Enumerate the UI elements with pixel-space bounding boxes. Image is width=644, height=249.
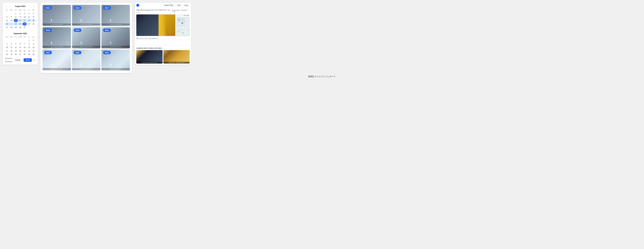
done-button[interactable]: Done bbox=[24, 58, 32, 62]
sep-day-11[interactable]: 11 bbox=[9, 46, 14, 49]
print-button[interactable]: Print bbox=[176, 4, 182, 7]
aug-day-27[interactable]: 27 bbox=[5, 26, 9, 29]
compare-image-1[interactable]: Created Date : 2024/01/02 16:53 bbox=[136, 50, 162, 64]
sep-day-5[interactable]: 5 bbox=[14, 42, 18, 46]
sep-day-7[interactable]: 7 bbox=[22, 42, 27, 46]
export-html-button[interactable]: Export HTML bbox=[163, 4, 175, 7]
sep-day-27[interactable]: 27 bbox=[18, 53, 22, 56]
timestamp-815: 15 Nov 2022 10:00PM bbox=[42, 24, 71, 25]
sep-day-1[interactable]: 1 bbox=[27, 39, 31, 42]
sep-day-22[interactable]: 22 bbox=[27, 49, 31, 52]
aug-day-15[interactable]: 15 bbox=[14, 19, 18, 22]
image-cell-817[interactable]: 8/17 15 Nov 2022 10:00PM bbox=[102, 5, 130, 26]
aug-day-1[interactable]: 1 bbox=[14, 12, 18, 15]
sep-day-12[interactable]: 12 bbox=[14, 46, 18, 49]
sep-day-19[interactable]: 19 bbox=[14, 49, 18, 52]
aug-day-11[interactable]: 11 bbox=[27, 15, 31, 18]
aug-day-10[interactable]: 10 bbox=[22, 15, 27, 18]
sep-day-18[interactable]: 18 bbox=[9, 49, 14, 52]
aug-day-24[interactable]: 24 bbox=[22, 22, 27, 26]
september-month-title: September 2023 bbox=[5, 32, 36, 34]
image-cell-819[interactable]: 8/19 15 Nov 2022 10:02PM bbox=[72, 27, 100, 48]
sep-day-3[interactable]: 3 bbox=[5, 42, 9, 46]
date-badge-817: 8/17 bbox=[103, 6, 111, 10]
sep-day-24[interactable]: 24 bbox=[5, 53, 9, 56]
aug-day-25[interactable]: 25 bbox=[27, 22, 31, 26]
august-month-title: August 2023 bbox=[7, 5, 34, 7]
sep-day-16[interactable]: 16 bbox=[32, 46, 36, 49]
floor-plan-map[interactable]: Mini-Map bbox=[176, 17, 190, 36]
sep-day-15[interactable]: 15 bbox=[27, 46, 31, 49]
sep-day-6[interactable]: 6 bbox=[18, 42, 22, 46]
sep-day-29[interactable]: 29 bbox=[27, 53, 31, 56]
aug-day-7[interactable]: 7 bbox=[9, 15, 14, 18]
aug-day-9[interactable]: 9 bbox=[18, 15, 22, 18]
next-month-button[interactable]: › bbox=[33, 5, 36, 8]
floor-plan-label: Floor Plan bbox=[176, 14, 190, 16]
close-button[interactable]: Close bbox=[183, 4, 190, 7]
aug-day-29[interactable]: 29 bbox=[14, 26, 18, 29]
compare-image-2[interactable]: Created Date : 2024/01/02 14:15 bbox=[164, 50, 190, 64]
aug-day-2[interactable]: 2 bbox=[18, 12, 22, 15]
sep-day-9[interactable]: 9 bbox=[32, 42, 36, 46]
image-cell-816[interactable]: 8/16 15 Nov 2022 10:00PM bbox=[72, 5, 100, 26]
image-cell-823[interactable]: 8/23 8 Nov 2022 10:00PM bbox=[102, 50, 130, 71]
aug-day-26[interactable]: 26 bbox=[32, 22, 36, 26]
sep-day-17[interactable]: 17 bbox=[5, 49, 9, 52]
aug-day-22[interactable]: 22 bbox=[14, 22, 18, 26]
aug-empty-1 bbox=[5, 12, 9, 15]
sep-day-14[interactable]: 14 bbox=[22, 46, 27, 49]
aug-day-8[interactable]: 8 bbox=[14, 15, 18, 18]
prev-month-button[interactable]: ‹ bbox=[5, 5, 7, 8]
image-cell-820[interactable]: 8/20 8 Nov 2022 10:02PM bbox=[102, 27, 130, 48]
sep-day-4[interactable]: 4 bbox=[9, 42, 14, 46]
aug-day-28[interactable]: 28 bbox=[9, 26, 14, 29]
aug-day-13[interactable]: 13 bbox=[5, 19, 9, 22]
aug-day-16[interactable]: 16 bbox=[18, 19, 22, 22]
aug-day-5[interactable]: 5 bbox=[32, 12, 36, 15]
aug-empty-3 bbox=[27, 26, 31, 29]
image-cell-818[interactable]: 8/18 15 Nov 2022 10:00PM bbox=[42, 27, 71, 48]
date-badge-815: 8/15 bbox=[44, 6, 52, 10]
sep-day-20[interactable]: 20 bbox=[18, 49, 22, 52]
sep-day-10[interactable]: 10 bbox=[5, 46, 9, 49]
image-cell-815[interactable]: 8/15 15 Nov 2022 10:00PM bbox=[42, 5, 71, 26]
breadcrumb-text: After Object storage (FI B-C/3-4) / 2024… bbox=[136, 9, 172, 13]
aug-day-17[interactable]: 17 bbox=[22, 19, 27, 22]
cancel-button[interactable]: Cancel bbox=[13, 58, 22, 62]
memo-textarea[interactable] bbox=[136, 40, 190, 45]
sep-day-26[interactable]: 26 bbox=[14, 53, 18, 56]
timestamp-821: 15 Nov 2022 10:00PM bbox=[42, 68, 71, 70]
aug-day-21[interactable]: 21 bbox=[9, 22, 14, 26]
aug-day-31[interactable]: 31 bbox=[22, 26, 27, 29]
image-cell-821[interactable]: 8/21 15 Nov 2022 10:00PM bbox=[42, 50, 71, 71]
sep-day-28[interactable]: 28 bbox=[22, 53, 27, 56]
aug-day-30[interactable]: 30 bbox=[18, 26, 22, 29]
aug-day-19[interactable]: 19 bbox=[32, 19, 36, 22]
main-panorama-image[interactable] bbox=[136, 14, 176, 36]
image-cell-822[interactable]: 8/22 15 Nov 2022 10:00PM bbox=[72, 50, 100, 71]
aug-day-20[interactable]: 20 bbox=[5, 22, 9, 26]
aug-day-14[interactable]: 14 bbox=[9, 19, 14, 22]
sep-day-21[interactable]: 21 bbox=[22, 49, 27, 52]
created-date-info: Created Date 2024/01/02 17:06 bbox=[172, 10, 190, 12]
aug-day-23[interactable]: 23 bbox=[18, 22, 22, 26]
aug-empty-2 bbox=[9, 12, 14, 15]
sep-day-13[interactable]: 13 bbox=[18, 46, 22, 49]
sep-day-25[interactable]: 25 bbox=[9, 53, 14, 56]
aug-day-12[interactable]: 12 bbox=[32, 15, 36, 18]
aug-day-18[interactable]: 18 bbox=[27, 19, 31, 22]
aug-day-3[interactable]: 3 bbox=[22, 12, 27, 15]
timestamp-823: 8 Nov 2022 10:00PM bbox=[102, 68, 130, 70]
sep-day-8[interactable]: 8 bbox=[27, 42, 31, 46]
created-date-label: Created Date bbox=[172, 10, 180, 11]
sep-days-header: Sun Mon Tue Wed Thu Fri Sat bbox=[5, 36, 36, 38]
sep-day-30[interactable]: 30 bbox=[32, 53, 36, 56]
aug-day-6[interactable]: 6 bbox=[5, 15, 9, 18]
date-badge-823: 8/23 bbox=[103, 51, 111, 54]
sep-day-23[interactable]: 23 bbox=[32, 49, 36, 52]
aug-day-4[interactable]: 4 bbox=[27, 12, 31, 15]
info-icon[interactable]: i bbox=[33, 59, 36, 62]
sep-day-2[interactable]: 2 bbox=[32, 39, 36, 42]
calendar-footer: 2023/08/15 - 2023/08/24 Cancel Done i bbox=[5, 58, 36, 62]
